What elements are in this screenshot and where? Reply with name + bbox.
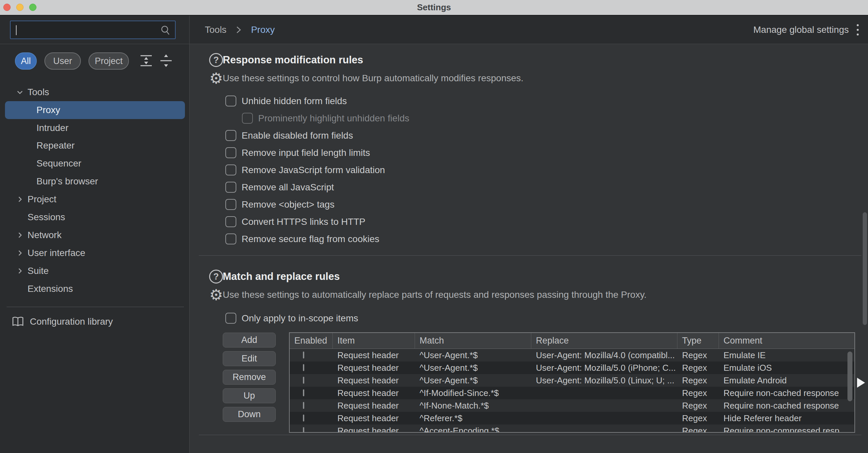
- checkbox[interactable]: [225, 182, 236, 193]
- search-icon: [160, 25, 171, 36]
- sidebar-item-burps-browser[interactable]: Burp's browser: [5, 173, 185, 190]
- chevron-right-icon[interactable]: [15, 195, 25, 203]
- sidebar-divider: [7, 307, 184, 307]
- checkbox-remove-all-javascript[interactable]: Remove all JavaScript: [225, 182, 334, 193]
- table-row[interactable]: Request header ^User-Agent.*$ User-Agent…: [290, 374, 855, 387]
- breadcrumb-proxy[interactable]: Proxy: [251, 25, 275, 35]
- sidebar-item-sessions[interactable]: Sessions: [5, 208, 185, 226]
- sidebar-item-tools[interactable]: Tools: [5, 83, 185, 101]
- expand-all-icon[interactable]: [138, 53, 154, 68]
- remove-button[interactable]: Remove: [223, 370, 276, 385]
- sidebar-item-extensions[interactable]: Extensions: [5, 280, 185, 298]
- filter-user-button[interactable]: User: [44, 52, 81, 70]
- checkbox-unhide-hidden-form-fields[interactable]: Unhide hidden form fields: [225, 95, 347, 107]
- row-enabled-checkbox[interactable]: [303, 402, 304, 409]
- sidebar-item-intruder[interactable]: Intruder: [5, 119, 185, 137]
- table-row[interactable]: Request header ^Accept-Encoding.*$ Regex…: [290, 424, 855, 433]
- table-row[interactable]: Request header ^Referer.*$ Regex Hide Re…: [290, 412, 855, 424]
- checkbox[interactable]: [225, 234, 236, 244]
- match-replace-table[interactable]: Enabled Item Match Replace Type Comment …: [289, 332, 855, 433]
- checkbox-remove-input-field-length-limits[interactable]: Remove input field length limits: [225, 147, 370, 158]
- tree-label: Burp's browser: [36, 176, 98, 187]
- column-header-comment[interactable]: Comment: [719, 333, 855, 349]
- table-scroll-right-arrow[interactable]: [857, 378, 865, 388]
- checkbox-prominently-highlight-unhidden-fields: Prominently highlight unhidden fields: [242, 113, 409, 124]
- chevron-right-icon[interactable]: [15, 231, 25, 239]
- chevron-right-icon[interactable]: [15, 267, 25, 275]
- cell-type: Regex: [677, 363, 719, 373]
- checkbox[interactable]: [225, 199, 236, 210]
- tree-label: Intruder: [36, 123, 69, 133]
- sidebar-item-sequencer[interactable]: Sequencer: [5, 154, 185, 173]
- cell-comment: Hide Referer header: [719, 413, 855, 423]
- down-button[interactable]: Down: [223, 407, 276, 422]
- cell-item: Request header: [333, 388, 415, 398]
- sidebar-item-network[interactable]: Network: [5, 226, 185, 244]
- sidebar-item-user-interface[interactable]: User interface: [5, 244, 185, 262]
- manage-global-settings-button[interactable]: Manage global settings: [753, 25, 849, 35]
- sidebar-item-project[interactable]: Project: [5, 190, 185, 208]
- content-header: Tools Proxy Manage global settings: [190, 16, 868, 44]
- breadcrumb: Tools Proxy: [205, 16, 275, 44]
- row-enabled-checkbox[interactable]: [303, 415, 304, 422]
- chevron-right-icon[interactable]: [15, 249, 25, 257]
- configuration-library-label: Configuration library: [30, 316, 113, 327]
- tree-label: Repeater: [36, 140, 74, 151]
- cell-comment: Require non-cached response: [719, 388, 855, 398]
- sidebar-item-proxy[interactable]: Proxy: [5, 101, 185, 119]
- cell-replace: User-Agent: Mozilla/5.0 (iPhone; C...: [531, 363, 677, 373]
- filter-project-button[interactable]: Project: [89, 52, 129, 70]
- edit-button[interactable]: Edit: [223, 351, 276, 366]
- kebab-menu-icon[interactable]: [857, 16, 859, 44]
- tree-label: Tools: [28, 87, 49, 97]
- breadcrumb-tools[interactable]: Tools: [205, 25, 226, 35]
- help-icon[interactable]: ?: [209, 53, 223, 67]
- checkbox[interactable]: [225, 313, 236, 324]
- tree-label: Sequencer: [36, 158, 81, 169]
- collapse-all-icon[interactable]: [158, 53, 174, 68]
- table-row[interactable]: Request header ^If-Modified-Since.*$ Reg…: [290, 387, 855, 399]
- table-scrollbar-thumb[interactable]: [847, 352, 852, 401]
- gear-icon[interactable]: ⚙: [208, 287, 225, 302]
- checkbox[interactable]: [225, 216, 236, 227]
- checkbox[interactable]: [225, 130, 236, 141]
- column-header-item[interactable]: Item: [333, 333, 415, 349]
- row-enabled-checkbox[interactable]: [303, 427, 304, 433]
- row-enabled-checkbox[interactable]: [303, 389, 304, 396]
- column-header-replace[interactable]: Replace: [531, 333, 677, 349]
- table-header-row: Enabled Item Match Replace Type Comment: [290, 333, 855, 349]
- checkbox[interactable]: [225, 164, 236, 175]
- sidebar-item-repeater[interactable]: Repeater: [5, 137, 185, 154]
- filter-all-button[interactable]: All: [15, 52, 37, 70]
- table-row[interactable]: Request header ^If-None-Match.*$ Regex R…: [290, 399, 855, 412]
- checkbox-remove-secure-flag-from-cookies[interactable]: Remove secure flag from cookies: [225, 234, 379, 244]
- help-icon[interactable]: ?: [209, 270, 223, 283]
- row-enabled-checkbox[interactable]: [303, 364, 304, 371]
- column-header-type[interactable]: Type: [677, 333, 719, 349]
- table-row[interactable]: Request header ^User-Agent.*$ User-Agent…: [290, 361, 855, 374]
- cell-replace: User-Agent: Mozilla/4.0 (compatibl...: [531, 350, 677, 360]
- chevron-down-icon[interactable]: [15, 88, 25, 96]
- gear-icon[interactable]: ⚙: [208, 71, 225, 86]
- checkbox[interactable]: [225, 147, 236, 158]
- configuration-library-button[interactable]: Configuration library: [12, 313, 113, 331]
- up-button[interactable]: Up: [223, 388, 276, 403]
- row-enabled-checkbox[interactable]: [303, 377, 304, 384]
- cell-item: Request header: [333, 363, 415, 373]
- checkbox-remove-javascript-form-validation[interactable]: Remove JavaScript form validation: [225, 164, 385, 175]
- checkbox-convert-https-links-to-http[interactable]: Convert HTTPS links to HTTP: [225, 216, 365, 227]
- row-enabled-checkbox[interactable]: [303, 352, 304, 359]
- checkbox-only-apply-to-in-scope-items[interactable]: Only apply to in-scope items: [225, 313, 358, 324]
- section-title-response-modification: Response modification rules: [223, 53, 363, 67]
- table-row[interactable]: Request header ^User-Agent.*$ User-Agent…: [290, 349, 855, 361]
- column-header-match[interactable]: Match: [415, 333, 531, 349]
- column-header-enabled[interactable]: Enabled: [290, 333, 333, 349]
- sidebar-item-suite[interactable]: Suite: [5, 262, 185, 280]
- search-input[interactable]: [10, 21, 176, 39]
- checkbox[interactable]: [225, 95, 236, 107]
- checkbox-remove-object-tags[interactable]: Remove <object> tags: [225, 199, 334, 210]
- add-button[interactable]: Add: [223, 333, 276, 348]
- content-scrollbar-thumb[interactable]: [863, 212, 867, 325]
- cell-match: ^Referer.*$: [415, 413, 531, 423]
- checkbox-enable-disabled-form-fields[interactable]: Enable disabled form fields: [225, 130, 353, 141]
